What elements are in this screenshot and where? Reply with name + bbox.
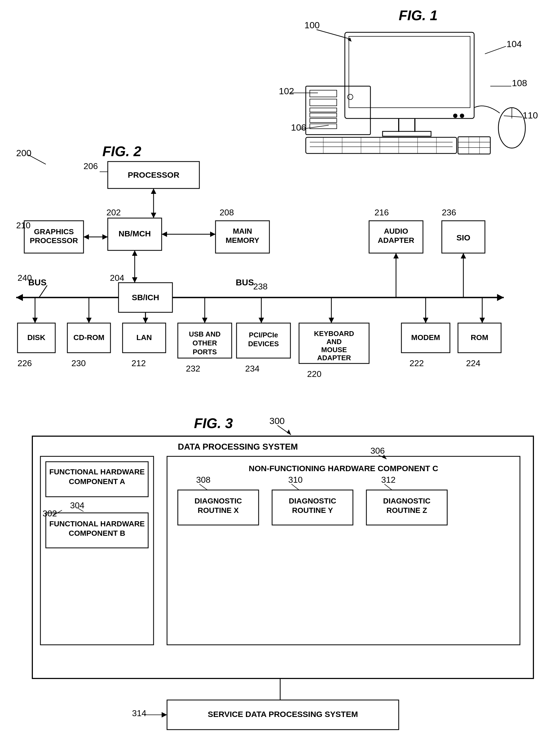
svg-marker-95 (287, 429, 291, 435)
page: FIG. 1 100 104 108 102 106 110 (0, 0, 559, 756)
usb-label2: OTHER (193, 339, 217, 347)
svg-point-13 (460, 114, 464, 118)
fig3-ref-312: 312 (381, 475, 396, 485)
svg-line-39 (28, 155, 46, 164)
fig2-ref-224: 224 (466, 358, 480, 368)
svg-point-21 (348, 94, 353, 100)
svg-marker-114 (162, 712, 167, 717)
svg-marker-75 (259, 318, 264, 323)
svg-marker-45 (151, 213, 156, 218)
fig1-ref-110: 110 (523, 110, 538, 120)
fig2-ref-232: 232 (186, 364, 200, 373)
fig2-title: FIG. 2 (103, 143, 141, 159)
svg-marker-67 (32, 318, 38, 323)
diagram-svg: FIG. 1 100 104 108 102 106 110 (0, 0, 559, 756)
diag-y-label2: ROUTINE Y (292, 506, 333, 515)
diag-z-label2: ROUTINE Z (386, 506, 427, 515)
kb-label2: AND (327, 338, 342, 346)
fig3-ref-308: 308 (196, 475, 210, 485)
processor-label: PROCESSOR (128, 170, 179, 179)
pci-label2: DEVICES (248, 340, 279, 348)
fig3-ref-304: 304 (70, 500, 84, 510)
diag-x-label1: DIAGNOSTIC (195, 497, 242, 505)
svg-marker-73 (202, 318, 207, 323)
svg-rect-22 (306, 137, 456, 153)
mainmem-label2: MEMORY (226, 236, 260, 244)
service-dps-label: SERVICE DATA PROCESSING SYSTEM (208, 710, 358, 718)
fig1-ref-108: 108 (512, 78, 527, 88)
svg-line-6 (504, 116, 522, 117)
svg-rect-8 (349, 37, 470, 108)
svg-marker-59 (132, 277, 137, 283)
func-hw-b-label2: COMPONENT B (69, 529, 125, 537)
fig3-ref-314: 314 (132, 708, 146, 718)
bus238-label: BUS (236, 278, 254, 287)
fig1-ref-102: 102 (279, 86, 294, 96)
svg-line-106 (291, 484, 299, 490)
bus240-label: BUS (28, 278, 47, 287)
svg-marker-77 (329, 318, 334, 323)
svg-point-12 (453, 114, 457, 118)
svg-line-2 (485, 46, 506, 54)
svg-marker-63 (16, 294, 23, 301)
fig2-ref-200: 200 (16, 148, 31, 158)
svg-line-107 (384, 484, 392, 490)
audio-label2: ADAPTER (378, 236, 414, 244)
diag-z-label1: DIAGNOSTIC (383, 497, 430, 505)
diag-x-label2: ROUTINE X (198, 506, 239, 515)
fig3-title: FIG. 3 (194, 416, 233, 431)
svg-marker-49 (103, 234, 108, 240)
svg-marker-58 (132, 251, 137, 256)
svg-rect-18 (310, 113, 337, 117)
fig2-ref-238: 238 (253, 282, 268, 291)
pci-label1: PCI/PCIe (249, 331, 278, 339)
fig3-ref-306: 306 (371, 446, 385, 455)
fig2-ref-202: 202 (106, 208, 121, 217)
fig2-ref-222: 222 (409, 358, 424, 368)
fig3-ref-302: 302 (43, 509, 57, 518)
fig2-ref-236: 236 (442, 208, 456, 217)
kb-label3: MOUSE (321, 346, 347, 354)
fig1-ref-104: 104 (507, 39, 522, 49)
svg-marker-71 (143, 318, 148, 323)
svg-marker-48 (84, 234, 89, 240)
fig2-ref-216: 216 (375, 208, 389, 217)
fig2-ref-210: 210 (16, 220, 30, 230)
fig2-ref-208: 208 (220, 208, 234, 217)
svg-rect-20 (310, 124, 337, 129)
svg-rect-11 (383, 132, 431, 136)
svg-marker-85 (479, 318, 485, 323)
nbmch-label: NB/MCH (118, 229, 151, 238)
audio-label1: AUDIO (384, 227, 408, 235)
svg-marker-79 (393, 253, 399, 258)
fig2-ref-220: 220 (307, 369, 321, 379)
fig2-ref-226: 226 (18, 358, 32, 368)
dps-label: DATA PROCESSING SYSTEM (178, 442, 298, 451)
sio-label: SIO (456, 233, 470, 242)
svg-rect-16 (310, 99, 337, 106)
func-hw-a-label1: FUNCTIONAL HARDWARE (49, 468, 145, 476)
fig3-ref-300: 300 (269, 416, 285, 426)
fig3-ref-310: 310 (288, 475, 303, 485)
disk-label: DISK (27, 333, 46, 341)
svg-marker-53 (210, 232, 216, 237)
diag-y-label1: DIAGNOSTIC (289, 497, 336, 505)
fig2-ref-230: 230 (71, 358, 86, 368)
lan-label: LAN (136, 333, 152, 341)
fig1-title: FIG. 1 (399, 7, 438, 23)
fig2-ref-234: 234 (245, 364, 260, 373)
fig1-ref-100: 100 (305, 20, 320, 30)
graphics-label2: PROCESSOR (30, 236, 78, 245)
kb-label4: ADAPTER (317, 354, 351, 362)
svg-marker-61 (497, 294, 504, 301)
svg-rect-7 (345, 32, 474, 118)
kb-label1: KEYBOARD (314, 330, 354, 338)
svg-rect-32 (458, 137, 490, 154)
graphics-label1: GRAPHICS (34, 228, 74, 236)
func-hw-a-label2: COMPONENT A (69, 477, 125, 486)
svg-marker-81 (461, 253, 466, 258)
svg-marker-52 (162, 232, 167, 237)
svg-line-105 (199, 484, 207, 490)
usb-label1: USB AND (189, 330, 220, 338)
fig2-ref-206: 206 (84, 161, 98, 171)
